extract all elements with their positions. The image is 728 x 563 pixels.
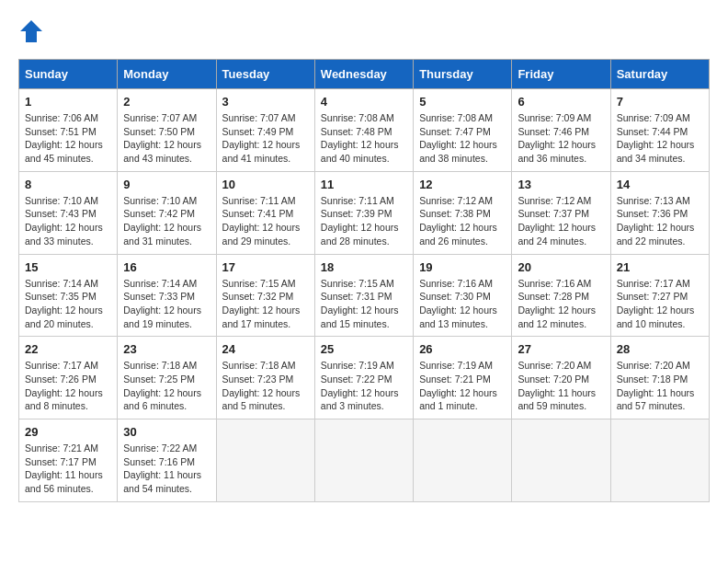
day-info: Sunrise: 7:12 AMSunset: 7:38 PMDaylight:… — [419, 194, 506, 248]
day-info: Sunrise: 7:07 AMSunset: 7:49 PMDaylight:… — [222, 111, 309, 166]
calendar-cell: 26 Sunrise: 7:19 AMSunset: 7:21 PMDaylig… — [414, 337, 512, 419]
day-info: Sunrise: 7:13 AMSunset: 7:36 PMDaylight:… — [617, 194, 703, 248]
day-info: Sunrise: 7:16 AMSunset: 7:28 PMDaylight:… — [518, 277, 604, 331]
day-info: Sunrise: 7:18 AMSunset: 7:23 PMDaylight:… — [222, 359, 309, 413]
calendar-body: 1 Sunrise: 7:06 AMSunset: 7:51 PMDayligh… — [19, 89, 710, 502]
calendar-cell: 16 Sunrise: 7:14 AMSunset: 7:33 PMDaylig… — [118, 254, 216, 337]
calendar-cell: 10 Sunrise: 7:11 AMSunset: 7:41 PMDaylig… — [216, 171, 314, 254]
calendar-header-wednesday: Wednesday — [314, 60, 413, 89]
calendar-cell: 9 Sunrise: 7:10 AMSunset: 7:42 PMDayligh… — [118, 171, 216, 254]
day-number: 2 — [123, 95, 210, 109]
day-number: 15 — [25, 260, 111, 274]
day-info: Sunrise: 7:18 AMSunset: 7:25 PMDaylight:… — [123, 359, 210, 413]
calendar-cell: 29 Sunrise: 7:21 AMSunset: 7:17 PMDaylig… — [19, 419, 118, 502]
day-number: 23 — [123, 342, 210, 356]
calendar-header-saturday: Saturday — [610, 60, 709, 89]
calendar-cell: 27 Sunrise: 7:20 AMSunset: 7:20 PMDaylig… — [512, 337, 610, 419]
day-number: 11 — [321, 178, 407, 191]
calendar-cell: 8 Sunrise: 7:10 AMSunset: 7:43 PMDayligh… — [19, 171, 118, 254]
calendar-cell: 3 Sunrise: 7:07 AMSunset: 7:49 PMDayligh… — [216, 89, 314, 172]
calendar-header-monday: Monday — [118, 60, 216, 89]
day-info: Sunrise: 7:07 AMSunset: 7:50 PMDaylight:… — [123, 111, 210, 166]
day-info: Sunrise: 7:20 AMSunset: 7:20 PMDaylight:… — [518, 359, 604, 413]
day-info: Sunrise: 7:16 AMSunset: 7:30 PMDaylight:… — [419, 277, 506, 331]
day-number: 7 — [617, 95, 703, 109]
calendar-cell — [610, 419, 709, 502]
day-info: Sunrise: 7:11 AMSunset: 7:41 PMDaylight:… — [222, 194, 309, 248]
day-number: 28 — [617, 342, 703, 356]
day-info: Sunrise: 7:14 AMSunset: 7:33 PMDaylight:… — [123, 277, 210, 331]
calendar-cell: 5 Sunrise: 7:08 AMSunset: 7:47 PMDayligh… — [414, 89, 512, 172]
day-number: 20 — [518, 260, 604, 274]
day-number: 18 — [321, 260, 407, 274]
day-info: Sunrise: 7:19 AMSunset: 7:21 PMDaylight:… — [419, 359, 506, 413]
calendar-header-friday: Friday — [512, 60, 610, 89]
calendar-header-row: SundayMondayTuesdayWednesdayThursdayFrid… — [19, 60, 710, 89]
svg-marker-0 — [20, 20, 42, 42]
calendar-cell: 30 Sunrise: 7:22 AMSunset: 7:16 PMDaylig… — [118, 419, 216, 502]
calendar-cell: 1 Sunrise: 7:06 AMSunset: 7:51 PMDayligh… — [19, 89, 118, 172]
day-number: 21 — [617, 260, 703, 274]
day-info: Sunrise: 7:09 AMSunset: 7:44 PMDaylight:… — [617, 111, 703, 166]
calendar-cell: 28 Sunrise: 7:20 AMSunset: 7:18 PMDaylig… — [610, 337, 709, 419]
day-info: Sunrise: 7:22 AMSunset: 7:16 PMDaylight:… — [123, 442, 210, 496]
day-number: 14 — [617, 178, 703, 191]
logo — [18, 18, 48, 44]
calendar-header-thursday: Thursday — [414, 60, 512, 89]
calendar-cell: 2 Sunrise: 7:07 AMSunset: 7:50 PMDayligh… — [118, 89, 216, 172]
day-number: 29 — [25, 425, 111, 439]
calendar-cell: 18 Sunrise: 7:15 AMSunset: 7:31 PMDaylig… — [314, 254, 413, 337]
calendar-cell: 12 Sunrise: 7:12 AMSunset: 7:38 PMDaylig… — [414, 171, 512, 254]
day-number: 24 — [222, 342, 309, 356]
day-info: Sunrise: 7:11 AMSunset: 7:39 PMDaylight:… — [321, 194, 407, 248]
calendar-cell: 7 Sunrise: 7:09 AMSunset: 7:44 PMDayligh… — [610, 89, 709, 172]
calendar-cell: 17 Sunrise: 7:15 AMSunset: 7:32 PMDaylig… — [216, 254, 314, 337]
day-number: 25 — [321, 342, 407, 356]
day-number: 13 — [518, 178, 604, 191]
calendar-cell: 25 Sunrise: 7:19 AMSunset: 7:22 PMDaylig… — [314, 337, 413, 419]
day-info: Sunrise: 7:12 AMSunset: 7:37 PMDaylight:… — [518, 194, 604, 248]
day-number: 3 — [222, 95, 309, 109]
calendar-cell: 20 Sunrise: 7:16 AMSunset: 7:28 PMDaylig… — [512, 254, 610, 337]
day-info: Sunrise: 7:15 AMSunset: 7:31 PMDaylight:… — [321, 277, 407, 331]
calendar-header-tuesday: Tuesday — [216, 60, 314, 89]
calendar-cell — [512, 419, 610, 502]
calendar-cell: 21 Sunrise: 7:17 AMSunset: 7:27 PMDaylig… — [610, 254, 709, 337]
day-info: Sunrise: 7:09 AMSunset: 7:46 PMDaylight:… — [518, 111, 604, 166]
calendar-header-sunday: Sunday — [19, 60, 118, 89]
calendar-cell: 15 Sunrise: 7:14 AMSunset: 7:35 PMDaylig… — [19, 254, 118, 337]
day-number: 6 — [518, 95, 604, 109]
calendar-cell: 14 Sunrise: 7:13 AMSunset: 7:36 PMDaylig… — [610, 171, 709, 254]
logo-icon — [18, 18, 44, 44]
day-info: Sunrise: 7:10 AMSunset: 7:42 PMDaylight:… — [123, 194, 210, 248]
calendar-week-4: 22 Sunrise: 7:17 AMSunset: 7:26 PMDaylig… — [19, 337, 710, 419]
calendar-cell: 19 Sunrise: 7:16 AMSunset: 7:30 PMDaylig… — [414, 254, 512, 337]
calendar-cell: 22 Sunrise: 7:17 AMSunset: 7:26 PMDaylig… — [19, 337, 118, 419]
day-number: 17 — [222, 260, 309, 274]
calendar-cell — [414, 419, 512, 502]
day-info: Sunrise: 7:20 AMSunset: 7:18 PMDaylight:… — [617, 359, 703, 413]
day-number: 30 — [123, 425, 210, 439]
day-number: 16 — [123, 260, 210, 274]
day-info: Sunrise: 7:08 AMSunset: 7:48 PMDaylight:… — [321, 111, 407, 166]
calendar-cell: 6 Sunrise: 7:09 AMSunset: 7:46 PMDayligh… — [512, 89, 610, 172]
day-info: Sunrise: 7:19 AMSunset: 7:22 PMDaylight:… — [321, 359, 407, 413]
day-info: Sunrise: 7:21 AMSunset: 7:17 PMDaylight:… — [25, 442, 111, 496]
calendar-week-1: 1 Sunrise: 7:06 AMSunset: 7:51 PMDayligh… — [19, 89, 710, 172]
day-number: 19 — [419, 260, 506, 274]
day-number: 10 — [222, 178, 309, 191]
calendar-cell: 11 Sunrise: 7:11 AMSunset: 7:39 PMDaylig… — [314, 171, 413, 254]
calendar-cell: 24 Sunrise: 7:18 AMSunset: 7:23 PMDaylig… — [216, 337, 314, 419]
day-number: 5 — [419, 95, 506, 109]
day-info: Sunrise: 7:14 AMSunset: 7:35 PMDaylight:… — [25, 277, 111, 331]
day-info: Sunrise: 7:17 AMSunset: 7:27 PMDaylight:… — [617, 277, 703, 331]
calendar-cell: 13 Sunrise: 7:12 AMSunset: 7:37 PMDaylig… — [512, 171, 610, 254]
day-number: 4 — [321, 95, 407, 109]
calendar-cell: 4 Sunrise: 7:08 AMSunset: 7:48 PMDayligh… — [314, 89, 413, 172]
day-number: 12 — [419, 178, 506, 191]
day-number: 8 — [25, 178, 111, 191]
day-number: 27 — [518, 342, 604, 356]
day-info: Sunrise: 7:17 AMSunset: 7:26 PMDaylight:… — [25, 359, 111, 413]
day-info: Sunrise: 7:15 AMSunset: 7:32 PMDaylight:… — [222, 277, 309, 331]
calendar-cell — [314, 419, 413, 502]
